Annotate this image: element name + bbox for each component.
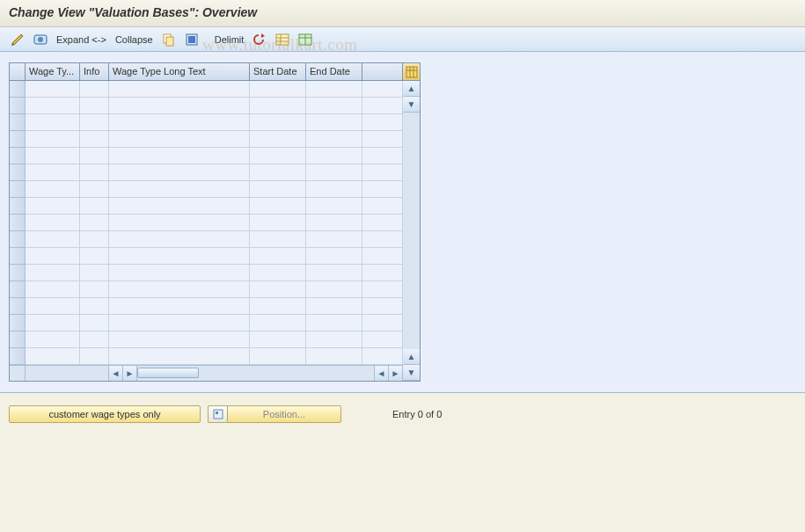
row-selector[interactable] xyxy=(10,81,26,98)
collapse-button[interactable]: Collapse xyxy=(112,34,157,45)
cell-end-date[interactable] xyxy=(306,148,362,164)
cell-start-date[interactable] xyxy=(250,114,306,131)
copy-icon[interactable] xyxy=(158,31,179,48)
cell-info[interactable] xyxy=(80,248,109,265)
scroll-up-icon[interactable]: ▲ xyxy=(403,81,420,97)
cell-long-text[interactable] xyxy=(109,114,250,131)
cell-long-text[interactable] xyxy=(109,315,250,332)
other-view-icon[interactable] xyxy=(30,31,51,48)
row-selector[interactable] xyxy=(10,298,26,315)
cell-end-date[interactable] xyxy=(306,164,362,181)
cell-info[interactable] xyxy=(80,98,109,114)
select-all-icon[interactable] xyxy=(181,31,202,48)
cell-wage-type[interactable] xyxy=(26,164,80,181)
cell-start-date[interactable] xyxy=(250,98,306,114)
scroll-down-icon[interactable]: ▼ xyxy=(403,97,420,113)
row-selector[interactable] xyxy=(10,164,26,181)
row-selector[interactable] xyxy=(10,181,26,198)
cell-start-date[interactable] xyxy=(250,164,306,181)
hscroll-track[interactable] xyxy=(137,366,375,381)
cell-long-text[interactable] xyxy=(109,348,250,365)
cell-long-text[interactable] xyxy=(109,248,250,265)
row-selector[interactable] xyxy=(10,148,26,164)
row-selector[interactable] xyxy=(10,265,26,281)
undo-icon[interactable] xyxy=(249,31,270,48)
cell-long-text[interactable] xyxy=(109,198,250,215)
scroll-left-icon[interactable]: ◄ xyxy=(109,366,123,381)
cell-info[interactable] xyxy=(80,164,109,181)
cell-long-text[interactable] xyxy=(109,98,250,114)
cell-info[interactable] xyxy=(80,81,109,98)
cell-info[interactable] xyxy=(80,181,109,198)
cell-long-text[interactable] xyxy=(109,164,250,181)
row-selector[interactable] xyxy=(10,98,26,114)
configure-columns-icon[interactable] xyxy=(403,63,420,81)
cell-info[interactable] xyxy=(80,131,109,148)
cell-long-text[interactable] xyxy=(109,215,250,231)
scroll-left-end-icon[interactable]: ◄ xyxy=(375,366,389,381)
table-settings-icon[interactable] xyxy=(272,31,293,48)
cell-start-date[interactable] xyxy=(250,248,306,265)
scroll-up-bottom-icon[interactable]: ▲ xyxy=(403,349,420,365)
row-selector[interactable] xyxy=(10,332,26,348)
scroll-right-end-icon[interactable]: ► xyxy=(389,366,403,381)
toggle-edit-icon[interactable] xyxy=(7,31,28,48)
cell-end-date[interactable] xyxy=(306,198,362,215)
cell-end-date[interactable] xyxy=(306,281,362,298)
row-selector[interactable] xyxy=(10,315,26,332)
cell-info[interactable] xyxy=(80,332,109,348)
cell-long-text[interactable] xyxy=(109,148,250,164)
select-all-rows[interactable] xyxy=(10,63,26,81)
cell-wage-type[interactable] xyxy=(26,231,80,248)
cell-start-date[interactable] xyxy=(250,131,306,148)
cell-info[interactable] xyxy=(80,231,109,248)
cell-start-date[interactable] xyxy=(250,315,306,332)
col-wage-type[interactable]: Wage Ty... xyxy=(26,63,80,81)
print-icon[interactable] xyxy=(295,31,316,48)
position-icon[interactable] xyxy=(208,405,227,423)
hscroll-thumb[interactable] xyxy=(137,368,199,378)
vscroll-track[interactable] xyxy=(403,113,420,349)
cell-long-text[interactable] xyxy=(109,265,250,281)
cell-start-date[interactable] xyxy=(250,148,306,164)
cell-wage-type[interactable] xyxy=(26,114,80,131)
cell-wage-type[interactable] xyxy=(26,281,80,298)
cell-end-date[interactable] xyxy=(306,81,362,98)
cell-long-text[interactable] xyxy=(109,281,250,298)
cell-end-date[interactable] xyxy=(306,231,362,248)
col-start-date[interactable]: Start Date xyxy=(250,63,306,81)
cell-info[interactable] xyxy=(80,315,109,332)
cell-start-date[interactable] xyxy=(250,332,306,348)
cell-long-text[interactable] xyxy=(109,81,250,98)
cell-long-text[interactable] xyxy=(109,332,250,348)
cell-end-date[interactable] xyxy=(306,131,362,148)
row-selector[interactable] xyxy=(10,198,26,215)
row-selector[interactable] xyxy=(10,114,26,131)
customer-wage-types-button[interactable]: customer wage types only xyxy=(9,405,201,423)
cell-info[interactable] xyxy=(80,265,109,281)
col-info[interactable]: Info xyxy=(80,63,109,81)
cell-long-text[interactable] xyxy=(109,131,250,148)
cell-wage-type[interactable] xyxy=(26,181,80,198)
cell-long-text[interactable] xyxy=(109,298,250,315)
scroll-right-icon[interactable]: ► xyxy=(123,366,137,381)
row-selector[interactable] xyxy=(10,215,26,231)
cell-info[interactable] xyxy=(80,114,109,131)
row-selector[interactable] xyxy=(10,348,26,365)
cell-end-date[interactable] xyxy=(306,348,362,365)
cell-wage-type[interactable] xyxy=(26,348,80,365)
cell-start-date[interactable] xyxy=(250,281,306,298)
cell-long-text[interactable] xyxy=(109,181,250,198)
cell-end-date[interactable] xyxy=(306,298,362,315)
cell-wage-type[interactable] xyxy=(26,248,80,265)
expand-button[interactable]: Expand <-> xyxy=(53,34,110,45)
cell-end-date[interactable] xyxy=(306,98,362,114)
cell-start-date[interactable] xyxy=(250,181,306,198)
row-selector[interactable] xyxy=(10,248,26,265)
cell-start-date[interactable] xyxy=(250,81,306,98)
cell-end-date[interactable] xyxy=(306,248,362,265)
cell-end-date[interactable] xyxy=(306,215,362,231)
cell-wage-type[interactable] xyxy=(26,98,80,114)
cell-wage-type[interactable] xyxy=(26,265,80,281)
cell-info[interactable] xyxy=(80,198,109,215)
